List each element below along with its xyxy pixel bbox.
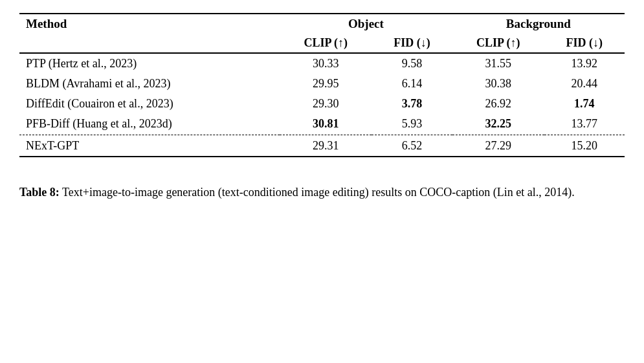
obj-fid-cell: 5.93 [372, 114, 452, 135]
bg-clip-header: CLIP (↑) [452, 34, 544, 53]
table-row: BLDM (Avrahami et al., 2023)29.956.1430.… [19, 74, 625, 94]
bg-clip-cell: 26.92 [452, 94, 544, 114]
bg-fid-cell: 13.92 [544, 53, 625, 74]
group-header-row: Method Object Background [19, 14, 625, 34]
obj-fid-header: FID (↓) [372, 34, 452, 53]
method-cell: BLDM (Avrahami et al., 2023) [19, 74, 280, 94]
table-row: PFB-Diff (Huang et al., 2023d)30.815.933… [19, 114, 625, 135]
method-subheader [19, 34, 280, 53]
bg-fid-cell: 20.44 [544, 74, 625, 94]
method-cell: PFB-Diff (Huang et al., 2023d) [19, 114, 280, 135]
table-caption: Table 8: Text+image-to-image generation … [19, 177, 625, 208]
method-cell: NExT-GPT [19, 135, 280, 157]
bg-clip-cell: 32.25 [452, 114, 544, 135]
bg-clip-cell: 27.29 [452, 135, 544, 157]
table-row: PTP (Hertz et al., 2023)30.339.5831.5513… [19, 53, 625, 74]
bg-clip-cell: 31.55 [452, 53, 544, 74]
obj-fid-cell: 6.52 [372, 135, 452, 157]
table-row: NExT-GPT29.316.5227.2915.20 [19, 135, 625, 157]
results-table-container: Method Object Background CLIP (↑) FID (↓… [19, 13, 625, 157]
caption-label: Table 8: [19, 186, 60, 199]
obj-fid-cell: 9.58 [372, 53, 452, 74]
object-group-header: Object [280, 14, 452, 34]
obj-clip-cell: 29.31 [280, 135, 372, 157]
bg-fid-header: FID (↓) [544, 34, 625, 53]
results-table: Method Object Background CLIP (↑) FID (↓… [19, 13, 625, 157]
obj-clip-cell: 30.81 [280, 114, 372, 135]
bg-fid-cell: 13.77 [544, 114, 625, 135]
obj-fid-cell: 3.78 [372, 94, 452, 114]
subheader-row: CLIP (↑) FID (↓) CLIP (↑) FID (↓) [19, 34, 625, 53]
obj-fid-cell: 6.14 [372, 74, 452, 94]
bg-fid-cell: 1.74 [544, 94, 625, 114]
bg-clip-cell: 30.38 [452, 74, 544, 94]
method-header: Method [19, 14, 280, 34]
bg-fid-cell: 15.20 [544, 135, 625, 157]
table-body: PTP (Hertz et al., 2023)30.339.5831.5513… [19, 53, 625, 157]
obj-clip-cell: 29.30 [280, 94, 372, 114]
obj-clip-cell: 30.33 [280, 53, 372, 74]
method-cell: DiffEdit (Couairon et al., 2023) [19, 94, 280, 114]
method-cell: PTP (Hertz et al., 2023) [19, 53, 280, 74]
caption-text: Text+image-to-image generation (text-con… [62, 186, 575, 199]
obj-clip-header: CLIP (↑) [280, 34, 372, 53]
table-row: DiffEdit (Couairon et al., 2023)29.303.7… [19, 94, 625, 114]
obj-clip-cell: 29.95 [280, 74, 372, 94]
background-group-header: Background [452, 14, 625, 34]
